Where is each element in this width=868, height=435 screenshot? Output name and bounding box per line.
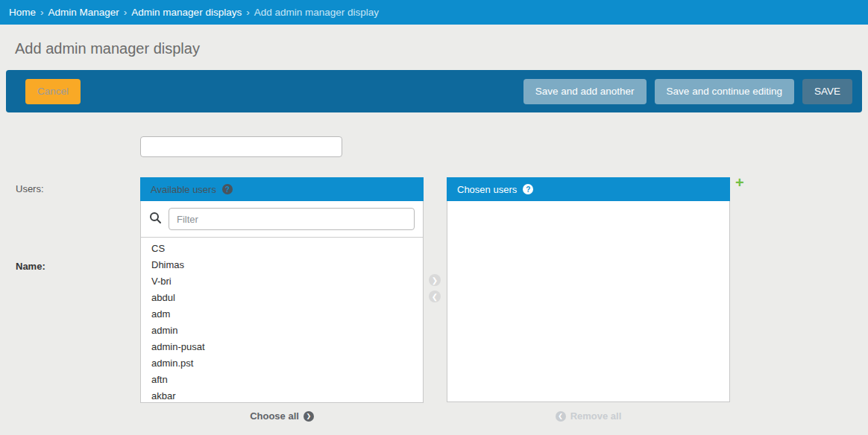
breadcrumb-separator: › [124,7,128,18]
name-input[interactable] [140,136,342,157]
user-option[interactable]: Dhimas [141,257,423,273]
toolbar-save-group: Save and add another Save and continue e… [523,79,852,104]
available-users-header: Available users ? [140,177,424,201]
user-option[interactable]: admin.pst [141,355,423,372]
save-and-add-another-button[interactable]: Save and add another [523,79,647,104]
page-title: Add admin manager display [0,25,868,70]
user-option[interactable]: admin-pusat [141,339,423,355]
available-users-title: Available users [151,184,216,195]
user-option[interactable]: admin [141,323,423,339]
breadcrumb-home-link[interactable]: Home [9,7,36,18]
chosen-users-panel: Chosen users ? [447,177,730,402]
save-and-continue-editing-button[interactable]: Save and continue editing [655,79,794,104]
search-icon [149,212,162,226]
breadcrumb-admin-manager-displays-link[interactable]: Admin manager displays [131,7,242,18]
breadcrumb-admin-manager-link[interactable]: Admin Manager [48,7,119,18]
breadcrumb-separator: › [246,7,250,18]
choose-all-label: Choose all [250,410,299,422]
choose-all-arrow-icon: ❯ [304,411,314,422]
remove-arrow-icon[interactable]: ❮ [429,290,441,302]
breadcrumb: Home › Admin Manager › Admin manager dis… [0,0,868,25]
save-button[interactable]: SAVE [802,79,852,104]
chosen-user-list[interactable] [447,201,730,402]
choose-all-link[interactable]: Choose all ❯ [140,410,424,422]
move-arrows: ❯ ❮ [429,274,441,302]
filter-row [141,201,423,237]
help-icon[interactable]: ? [222,184,233,194]
name-field-label: Name: [16,261,45,272]
remove-all-link: ❮ Remove all [447,410,730,422]
breadcrumb-current-page: Add admin manager display [254,7,379,18]
user-option[interactable]: CS [141,241,423,257]
user-option[interactable]: abdul [141,290,423,306]
choose-arrow-icon[interactable]: ❯ [429,274,441,286]
help-icon[interactable]: ? [523,184,533,194]
chosen-users-title: Chosen users [457,184,517,195]
remove-all-arrow-icon: ❮ [556,411,566,422]
cancel-button[interactable]: Cancel [25,79,81,104]
chosen-users-header: Chosen users ? [447,177,730,201]
form-toolbar: Cancel Save and add another Save and con… [6,70,862,112]
user-option[interactable]: akbar [141,388,423,402]
filter-input[interactable] [169,208,415,230]
form-area: Name: Type: List display Users: Availabl… [0,112,868,430]
remove-all-label: Remove all [570,410,622,422]
add-user-icon[interactable]: + [735,175,744,190]
available-users-body: CSDhimasV-briabduladmadminadmin-pusatadm… [140,201,424,403]
users-field-label: Users: [16,183,44,194]
breadcrumb-separator: › [40,7,44,18]
user-option[interactable]: V-bri [141,273,423,290]
user-option[interactable]: adm [141,306,423,323]
available-users-panel: Available users ? CSDhimasV-briabduladma… [140,177,424,403]
user-option[interactable]: aftn [141,372,423,388]
available-user-list[interactable]: CSDhimasV-briabduladmadminadmin-pusatadm… [141,237,423,402]
